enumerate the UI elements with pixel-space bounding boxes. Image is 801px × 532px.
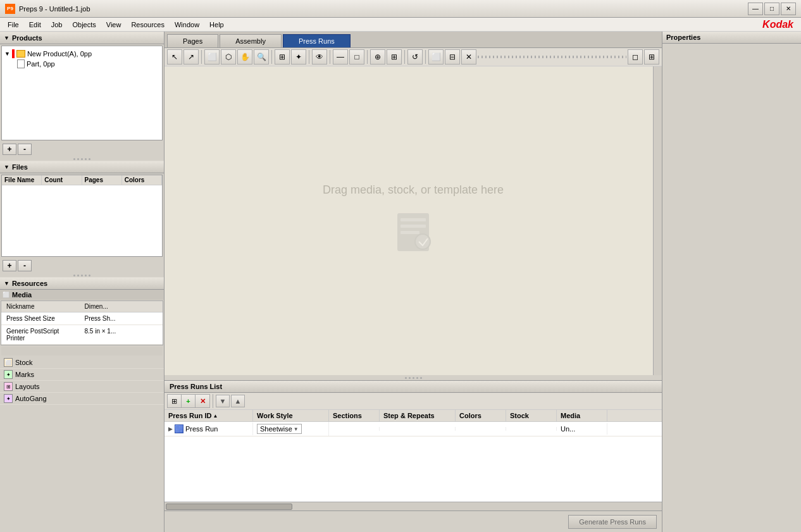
folder-icon (16, 50, 25, 58)
remove-icon: ✕ (200, 397, 206, 405)
pr-col-colors[interactable]: Colors (456, 410, 506, 421)
autogang-label: AutoGang (15, 395, 47, 402)
toolbar-sep-1 (201, 50, 202, 64)
toolbar-view-btn[interactable]: 👁 (312, 49, 327, 65)
menubar: File Edit Job Objects View Resources Win… (0, 18, 801, 32)
close-button[interactable]: ✕ (781, 3, 796, 15)
toolbar-align-btn[interactable]: ⊞ (387, 49, 402, 65)
tree-item-product[interactable]: ▼ New Product(A), 0pp (4, 49, 159, 59)
toolbar-multi-view-btn[interactable]: ⊟ (445, 49, 460, 65)
app-title: Preps 9 - Untitled-1.job (19, 5, 90, 13)
pr-col-id[interactable]: Press Run ID (165, 410, 253, 421)
pr-scrollbar-thumb[interactable] (166, 504, 292, 510)
resource-autogang[interactable]: ✦ AutoGang (0, 393, 164, 405)
menu-view[interactable]: View (101, 20, 127, 30)
right-content: Pages Assembly Press Runs ↖ ↗ ⬜ ⬡ ✋ 🔍 ⊞ … (165, 32, 662, 532)
toolbar-sep-5 (367, 50, 368, 64)
workstyle-dropdown[interactable]: Sheetwise ▼ (257, 424, 302, 434)
pr-col-id-label: Press Run ID (168, 412, 211, 419)
pr-col-media[interactable]: Media (557, 410, 607, 421)
canvas-pressruns-resize-handle[interactable] (165, 375, 662, 380)
canvas-placeholder: Drag media, stock, or template here (323, 183, 504, 259)
dropdown-arrow-icon: ▼ (294, 426, 299, 432)
tab-press-runs[interactable]: Press Runs (283, 34, 351, 47)
pr-row-1[interactable]: ▶ Press Run Sheetwise ▼ (165, 422, 662, 436)
svg-rect-2 (400, 225, 426, 228)
media-row-generic-printer[interactable]: Generic PostScript Printer 8.5 in × 1... (1, 325, 163, 345)
pr-expand-icon[interactable]: ▶ (168, 426, 173, 432)
files-remove-button[interactable]: - (18, 260, 32, 271)
toolbar-close2-btn[interactable]: ✕ (461, 49, 476, 65)
pr-col-workstyle-label: Work Style (257, 412, 293, 419)
menu-edit[interactable]: Edit (24, 20, 46, 30)
resize-dot (73, 275, 75, 276)
resize-dot (73, 158, 75, 160)
menu-job[interactable]: Job (46, 20, 68, 30)
pr-col-workstyle[interactable]: Work Style (253, 410, 329, 421)
toolbar-snap-btn[interactable]: ✦ (291, 49, 306, 65)
pr-remove-btn[interactable]: ✕ (196, 395, 209, 407)
tab-assembly[interactable]: Assembly (220, 34, 282, 47)
pr-scrollbar-h[interactable] (165, 502, 662, 510)
resource-layouts[interactable]: ⊞ Layouts (0, 381, 164, 393)
toolbar-multi-sheet-btn[interactable]: ⊞ (644, 49, 659, 65)
pr-add-group: ⊞ + ✕ (167, 394, 210, 408)
products-remove-button[interactable]: - (18, 144, 32, 155)
svg-rect-3 (400, 231, 419, 234)
menu-objects[interactable]: Objects (67, 20, 101, 30)
pr-cell-id: ▶ Press Run (165, 423, 253, 435)
toolbar-grid-btn[interactable]: ⊞ (275, 49, 290, 65)
toolbar-zoom-btn[interactable]: 🔍 (254, 49, 269, 65)
minimize-button[interactable]: — (748, 3, 763, 15)
toolbar-select-btn[interactable]: ↖ (167, 49, 182, 65)
toolbar-hand-btn[interactable]: ✋ (237, 49, 252, 65)
resize-dot (89, 158, 90, 160)
media-nickname-2: Generic PostScript Printer (4, 326, 82, 343)
toolbar-single-view-btn[interactable]: ⬜ (428, 49, 444, 65)
pr-grid-add-btn[interactable]: ⊞ (168, 395, 182, 407)
media-list: Nickname Dimen... Press Sheet Size Press… (1, 300, 163, 345)
products-arrow: ▼ (4, 35, 9, 41)
generate-press-runs-button[interactable]: Generate Press Runs (568, 515, 657, 529)
resize-dot (89, 275, 90, 276)
menu-help[interactable]: Help (204, 20, 229, 30)
press-runs-header: Press Runs List (165, 381, 662, 393)
toolbar-refresh-btn[interactable]: ↺ (407, 49, 423, 65)
menu-window[interactable]: Window (170, 20, 204, 30)
resize-dot (77, 158, 79, 160)
resource-stock[interactable]: ⬜ Stock (0, 357, 164, 369)
menu-file[interactable]: File (3, 20, 24, 30)
pr-col-sections[interactable]: Sections (329, 410, 380, 421)
files-col-pages: Pages (82, 175, 122, 185)
toolbar-single-sheet-btn[interactable]: ◻ (628, 49, 643, 65)
pr-icon-cell (180, 426, 183, 429)
pr-cell-sections (329, 427, 380, 431)
stock-icon: ⬜ (4, 358, 13, 367)
toolbar-box-btn[interactable]: □ (349, 49, 364, 65)
pr-col-stock[interactable]: Stock (506, 410, 557, 421)
files-add-button[interactable]: + (3, 260, 16, 271)
media-table-header: Nickname Dimen... (1, 301, 163, 312)
pr-move-up-btn[interactable]: ▲ (231, 395, 245, 407)
tree-item-part[interactable]: Part, 0pp (4, 59, 159, 69)
resources-scrollbar[interactable] (1, 347, 163, 356)
resources-arrow: ▼ (4, 280, 9, 287)
maximize-button[interactable]: □ (764, 3, 779, 15)
media-col-nickname: Nickname (4, 302, 82, 311)
pr-add-btn[interactable]: + (182, 395, 196, 407)
pr-move-down-btn[interactable]: ▼ (216, 395, 230, 407)
toolbar-rotate-btn[interactable]: ⬡ (221, 49, 236, 65)
pr-col-step-repeats[interactable]: Step & Repeats (380, 410, 456, 421)
pr-col-media-label: Media (561, 412, 580, 419)
toolbar-select2-btn[interactable]: ↗ (183, 49, 199, 65)
menu-resources[interactable]: Resources (126, 20, 170, 30)
canvas-scrollbar-right[interactable] (653, 66, 662, 375)
media-row-press-sheet[interactable]: Press Sheet Size Press Sh... (1, 312, 163, 325)
tab-pages[interactable]: Pages (167, 34, 218, 47)
resource-marks[interactable]: ✦ Marks (0, 369, 164, 381)
toolbar-dash-btn[interactable]: — (333, 49, 348, 65)
toolbar-center-btn[interactable]: ⊕ (370, 49, 385, 65)
resize-dot (420, 377, 422, 379)
products-add-button[interactable]: + (3, 144, 16, 155)
toolbar-frame-btn[interactable]: ⬜ (204, 49, 220, 65)
